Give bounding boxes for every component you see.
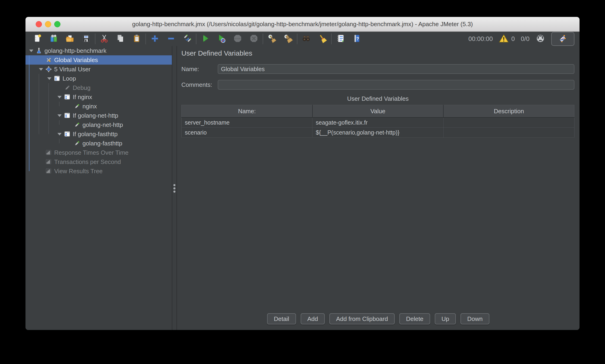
tree-node-label: Global Variables [54, 56, 98, 64]
clear-search-button[interactable] [317, 34, 328, 44]
tree-node-label: If nginx [73, 93, 92, 101]
tree-node[interactable]: If golang-net-http [26, 111, 172, 120]
variables-icon [45, 57, 52, 63]
table-cell[interactable]: seagate-goflex.itix.fr [313, 117, 443, 128]
expander-triangle-icon[interactable] [57, 96, 62, 98]
copy-button[interactable] [115, 34, 126, 44]
controller-icon [64, 131, 70, 137]
log-warning-group[interactable]: 0 [499, 34, 515, 44]
tree-node[interactable]: Response Times Over Time [26, 148, 172, 157]
tree-node[interactable]: If golang-fasthttp [26, 130, 172, 139]
svg-text:?: ? [356, 36, 359, 41]
tree-node[interactable]: Global Variables [26, 55, 172, 65]
new-file-button[interactable] [32, 34, 43, 44]
page-title: User Defined Variables [181, 49, 252, 57]
clear-all-button[interactable] [283, 34, 293, 44]
tree-node[interactable]: View Results Tree [26, 167, 172, 176]
toolbar-group [95, 34, 145, 44]
shutdown-icon [249, 34, 259, 44]
table-actions: DetailAddAdd from ClipboardDeleteUpDown [177, 313, 579, 325]
tree-node[interactable]: nginx [26, 102, 172, 111]
column-header[interactable]: Description [443, 105, 574, 118]
column-header[interactable]: Name: [182, 105, 313, 118]
search-button[interactable] [301, 34, 311, 44]
add-button[interactable]: Add [301, 313, 325, 325]
reset-button[interactable] [182, 34, 192, 44]
sampler-green-icon [74, 103, 80, 110]
tree-node-label: golang-net-http [82, 121, 123, 129]
comments-input[interactable] [218, 80, 574, 90]
split-divider[interactable] [172, 46, 177, 330]
table-cell[interactable]: server_hostname [182, 117, 313, 128]
active-threads-count: 0/0 [521, 35, 529, 43]
start-button[interactable] [200, 34, 210, 44]
toolbar-status: 00:00:00 0 0/0 [468, 32, 576, 46]
open-file-icon [65, 34, 75, 44]
toolbar-group [297, 34, 331, 44]
expander-triangle-icon[interactable] [47, 77, 52, 80]
search-icon [302, 34, 311, 44]
toolbar-group: ? [332, 34, 366, 44]
tree-node[interactable]: If nginx [26, 92, 172, 102]
new-file-icon [33, 34, 42, 44]
save-button[interactable] [81, 34, 91, 44]
table-row[interactable]: scenario${__P(scenario,golang-net-http)} [182, 128, 574, 138]
thread-group-icon [45, 66, 52, 72]
expander-triangle-icon[interactable] [57, 133, 62, 135]
clear-icon [267, 34, 276, 44]
tree-indent-guide [39, 74, 39, 134]
clear-button[interactable] [267, 34, 277, 44]
add-from-clipboard-button[interactable]: Add from Clipboard [329, 313, 395, 325]
remove-button[interactable] [166, 34, 176, 44]
shutdown-button[interactable] [249, 34, 259, 44]
templates-icon [49, 34, 58, 44]
start-no-timers-button[interactable] [216, 34, 226, 44]
tree-node-label: If golang-fasthttp [73, 130, 118, 138]
templates-button[interactable] [49, 34, 59, 44]
toolbar-group: STOP [197, 34, 263, 44]
column-header[interactable]: Value [313, 105, 443, 118]
table-caption: User Defined Variables [181, 95, 574, 102]
add-button[interactable] [150, 34, 160, 44]
table-row[interactable]: server_hostnameseagate-goflex.itix.fr [182, 117, 574, 128]
open-file-button[interactable] [65, 34, 75, 44]
copy-icon [116, 34, 125, 44]
function-helper-button[interactable] [335, 34, 346, 44]
window-titlebar[interactable]: golang-http-benchmark.jmx (/Users/nicola… [26, 17, 579, 32]
name-input[interactable] [218, 64, 574, 74]
tree-node[interactable]: Loop [26, 74, 172, 83]
tree-node-label: golang-http-benchmark [44, 47, 106, 54]
jmeter-mascot-button[interactable] [551, 32, 574, 46]
toolbar-groups: STOP? [29, 34, 366, 44]
remove-icon [166, 34, 176, 44]
paste-button[interactable] [132, 34, 142, 44]
stop-button[interactable]: STOP [233, 34, 243, 44]
delete-button[interactable]: Delete [399, 313, 430, 325]
expander-triangle-icon[interactable] [29, 50, 34, 52]
start-icon [201, 34, 210, 44]
table-cell[interactable] [443, 117, 574, 128]
expander-triangle-icon[interactable] [39, 68, 43, 71]
table-cell[interactable]: ${__P(scenario,golang-net-http)} [313, 128, 443, 138]
expander-triangle-icon[interactable] [57, 114, 62, 117]
detail-button[interactable]: Detail [267, 313, 296, 325]
tree-node[interactable]: golang-http-benchmark [26, 46, 172, 55]
test-plan-tree[interactable]: golang-http-benchmarkGlobal Variables5 V… [26, 46, 172, 330]
jmeter-mascot-icon [558, 34, 568, 44]
tree-node[interactable]: Transactions per Second [26, 157, 172, 167]
table-cell[interactable] [443, 128, 574, 138]
table-cell[interactable]: scenario [182, 128, 313, 138]
tree-node[interactable]: golang-fasthttp [26, 139, 172, 148]
tree-node[interactable]: 5 Virtual User [26, 65, 172, 74]
tree-indent-guide [48, 83, 49, 134]
down-button[interactable]: Down [460, 313, 489, 325]
chart-icon [45, 168, 52, 174]
help-button[interactable]: ? [352, 34, 362, 44]
cut-button[interactable] [99, 34, 109, 44]
up-button[interactable]: Up [435, 313, 456, 325]
tree-node[interactable]: golang-net-http [26, 120, 172, 130]
reset-icon [183, 34, 192, 44]
tree-node[interactable]: Debug [26, 83, 172, 92]
svg-text:STOP: STOP [235, 38, 240, 40]
stop-icon: STOP [233, 34, 242, 44]
